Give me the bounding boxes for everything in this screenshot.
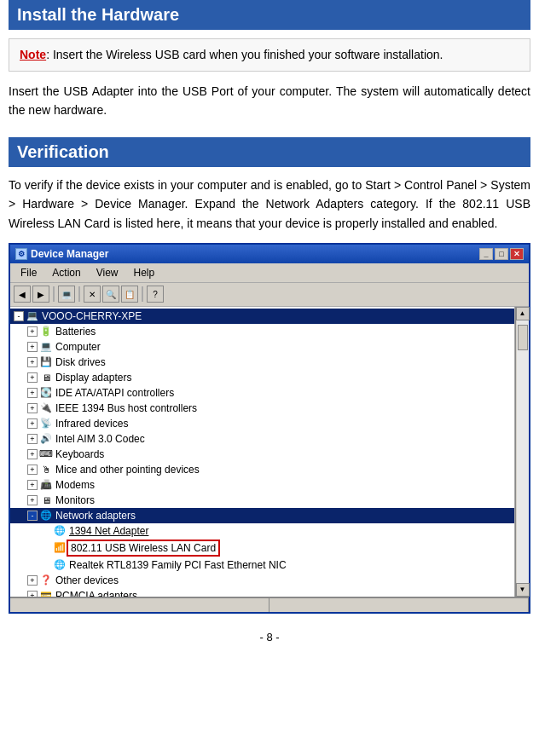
status-pane-left (10, 598, 270, 612)
pcmcia-label: PCMCIA adapters (55, 590, 137, 597)
dm-titlebar-controls: _ □ ✕ (479, 248, 524, 260)
scroll-up-btn[interactable]: ▲ (516, 307, 530, 320)
dm-titlebar: ⚙ Device Manager _ □ ✕ (10, 245, 529, 263)
toolbar-uninstall-btn[interactable]: ✕ (84, 286, 101, 303)
other-expand: + (27, 575, 38, 586)
root-expand-icon: - (14, 311, 24, 321)
dm-menubar: File Action View Help (10, 263, 529, 283)
toolbar-forward-btn[interactable]: ▶ (32, 286, 49, 303)
toolbar-sep1 (53, 286, 55, 302)
network-label: Network adapters (55, 510, 136, 522)
realtek-expand (41, 560, 51, 570)
verif-after2: category. If the (363, 197, 462, 211)
toolbar-sep3 (142, 286, 143, 302)
computer-expand: + (27, 342, 38, 352)
monitors-icon: 🖥 (39, 493, 53, 507)
dm-minimize-btn[interactable]: _ (479, 248, 493, 260)
install-body-text: Insert the USB Adapter into the USB Port… (9, 82, 530, 120)
tree-item-monitors[interactable]: + 🖥 Monitors (10, 493, 514, 508)
section2-title: Verification (17, 142, 522, 162)
verif-gt3: > (74, 197, 95, 211)
dm-scrollbar[interactable]: ▲ ▼ (515, 307, 529, 597)
tree-item-1394net[interactable]: 🌐 1394 Net Adapter (10, 523, 514, 539)
other-icon: ❓ (39, 574, 53, 587)
display-label: Display adapters (55, 372, 131, 384)
infrared-label: Infrared devices (55, 418, 128, 430)
root-label: VOOO-CHERRY-XPE (42, 310, 142, 322)
modems-label: Modems (55, 479, 95, 491)
tree-item-realtek[interactable]: 🌐 Realtek RTL8139 Family PCI Fast Ethern… (10, 557, 514, 573)
tree-item-ieee[interactable]: + 🔌 IEEE 1394 Bus host controllers (10, 401, 514, 416)
ieee-expand: + (27, 403, 38, 413)
dm-maximize-btn[interactable]: □ (495, 248, 508, 260)
batteries-label: Batteries (55, 326, 96, 338)
toolbar-back-btn[interactable]: ◀ (14, 286, 31, 303)
disk-label: Disk drives (55, 356, 106, 368)
dm-close-btn[interactable]: ✕ (510, 248, 524, 260)
dm-tree: - 💻 VOOO-CHERRY-XPE + 🔋 Batteries + 💻 Co… (10, 307, 515, 597)
display-icon: 🖥 (39, 371, 53, 384)
80211-label: 802.11 USB Wireless LAN Card (71, 542, 216, 554)
dm-toolbar: ◀ ▶ 💻 ✕ 🔍 📋 ? (10, 283, 529, 307)
verif-hardware: Hardware (22, 197, 74, 211)
verif-start: Start > (365, 178, 401, 192)
tree-item-display[interactable]: + 🖥 Display adapters (10, 370, 514, 385)
tree-item-ide[interactable]: + 💽 IDE ATA/ATAPI controllers (10, 385, 514, 401)
tree-item-infrared[interactable]: + 📡 Infrared devices (10, 416, 514, 431)
verif-after1: . Expand the (185, 197, 266, 211)
tree-item-modems[interactable]: + 📠 Modems (10, 477, 514, 493)
tree-item-computer[interactable]: + 💻 Computer (10, 339, 514, 355)
toolbar-help-btn[interactable]: ? (147, 286, 164, 303)
mice-expand: + (27, 465, 38, 475)
1394net-icon: 🌐 (53, 524, 67, 538)
tree-item-network[interactable]: - 🌐 Network adapters (10, 508, 514, 523)
tree-item-batteries[interactable]: + 🔋 Batteries (10, 324, 514, 339)
tree-item-keyboards[interactable]: + ⌨ Keyboards (10, 447, 514, 462)
ide-icon: 💽 (39, 386, 53, 400)
network-expand: - (27, 511, 38, 521)
tree-item-80211[interactable]: 📶 802.11 USB Wireless LAN Card (10, 539, 514, 557)
disk-icon: 💾 (39, 355, 53, 369)
toolbar-scan-btn[interactable]: 🔍 (102, 286, 119, 303)
80211-expand (41, 543, 51, 553)
section1-header: Install the Hardware (9, 0, 530, 30)
section2-header: Verification (9, 137, 530, 167)
realtek-label: Realtek RTL8139 Family PCI Fast Ethernet… (69, 559, 287, 571)
dm-menu-file[interactable]: File (14, 265, 43, 280)
dm-content: - 💻 VOOO-CHERRY-XPE + 🔋 Batteries + 💻 Co… (10, 307, 529, 597)
tree-item-other[interactable]: + ❓ Other devices (10, 573, 514, 588)
monitors-label: Monitors (55, 494, 95, 506)
toolbar-sep2 (78, 286, 80, 302)
verif-gt2: > (9, 197, 22, 211)
dm-menu-view[interactable]: View (90, 265, 125, 280)
tree-item-intel[interactable]: + 🔊 Intel AIM 3.0 Codec (10, 431, 514, 447)
display-expand: + (27, 372, 38, 383)
tree-item-disk[interactable]: + 💾 Disk drives (10, 355, 514, 370)
tree-item-pcmcia[interactable]: + 💳 PCMCIA adapters (10, 588, 514, 597)
page-wrapper: Install the Hardware Note: Insert the Wi… (0, 0, 539, 669)
realtek-icon: 🌐 (53, 558, 67, 572)
dm-root-node[interactable]: - 💻 VOOO-CHERRY-XPE (10, 309, 514, 324)
scroll-thumb[interactable] (518, 325, 528, 350)
computer-icon: 💻 (39, 340, 53, 354)
toolbar-computer-btn[interactable]: 💻 (58, 286, 75, 303)
infrared-expand: + (27, 418, 38, 429)
note-text: : Insert the Wireless USB card when you … (46, 48, 443, 61)
dm-title: Device Manager (31, 248, 108, 260)
dm-window-icon: ⚙ (15, 248, 27, 260)
network-icon: 🌐 (39, 509, 53, 522)
scroll-track[interactable] (517, 320, 529, 583)
80211-icon: 📶 (53, 541, 67, 555)
dm-menu-help[interactable]: Help (127, 265, 162, 280)
dm-menu-action[interactable]: Action (45, 265, 87, 280)
ide-label: IDE ATA/ATAPI controllers (55, 387, 174, 399)
monitors-expand: + (27, 495, 38, 505)
verif-after3: is listed here, it means that your devic… (110, 216, 497, 230)
1394net-label: 1394 Net Adapter (69, 525, 148, 537)
scroll-down-btn[interactable]: ▼ (516, 583, 530, 597)
modems-icon: 📠 (39, 478, 53, 492)
mice-label: Mice and other pointing devices (55, 464, 200, 476)
tree-item-mice[interactable]: + 🖱 Mice and other pointing devices (10, 462, 514, 477)
status-pane-right (270, 598, 529, 612)
toolbar-properties-btn[interactable]: 📋 (121, 286, 138, 303)
